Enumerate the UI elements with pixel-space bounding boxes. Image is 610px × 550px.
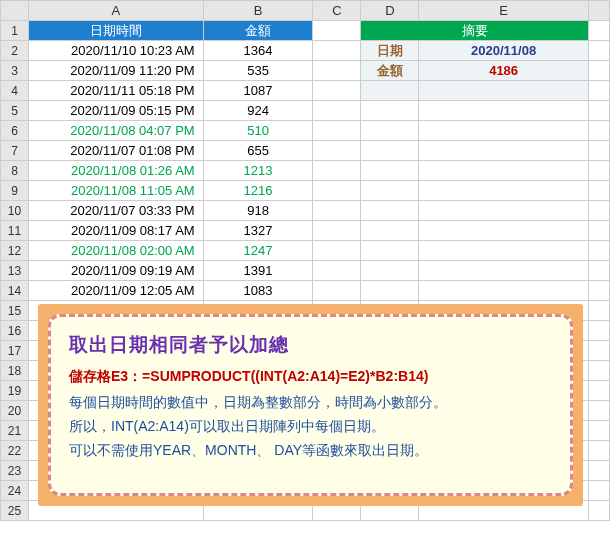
cell-C8[interactable] [313,161,361,181]
cell-D14[interactable] [361,281,419,301]
cell-D5[interactable] [361,101,419,121]
cell-A9[interactable]: 2020/11/08 11:05 AM [28,181,203,201]
cell-A1[interactable]: 日期時間 [28,21,203,41]
col-header-C[interactable]: C [313,1,361,21]
cell-C3[interactable] [313,61,361,81]
col-header-blank[interactable] [588,1,609,21]
cell-F9[interactable] [588,181,609,201]
cell-B11[interactable]: 1327 [203,221,313,241]
cell-F16[interactable] [588,321,609,341]
cell-A6[interactable]: 2020/11/08 04:07 PM [28,121,203,141]
cell-F7[interactable] [588,141,609,161]
cell-B5[interactable]: 924 [203,101,313,121]
cell-E14[interactable] [419,281,589,301]
cell-C9[interactable] [313,181,361,201]
cell-E11[interactable] [419,221,589,241]
cell-A10[interactable]: 2020/11/07 03:33 PM [28,201,203,221]
cell-E5[interactable] [419,101,589,121]
cell-F20[interactable] [588,401,609,421]
cell-E8[interactable] [419,161,589,181]
cell-F25[interactable] [588,501,609,521]
cell-D6[interactable] [361,121,419,141]
row-number[interactable]: 12 [1,241,29,261]
cell-B8[interactable]: 1213 [203,161,313,181]
cell-F15[interactable] [588,301,609,321]
cell-F8[interactable] [588,161,609,181]
cell-F11[interactable] [588,221,609,241]
cell-D1[interactable]: 摘要 [361,21,589,41]
cell-B3[interactable]: 535 [203,61,313,81]
cell-C4[interactable] [313,81,361,101]
cell-B4[interactable]: 1087 [203,81,313,101]
row-number[interactable]: 21 [1,421,29,441]
cell-B13[interactable]: 1391 [203,261,313,281]
row-number[interactable]: 11 [1,221,29,241]
cell-A5[interactable]: 2020/11/09 05:15 PM [28,101,203,121]
cell-D7[interactable] [361,141,419,161]
cell-D12[interactable] [361,241,419,261]
cell-B14[interactable]: 1083 [203,281,313,301]
cell-B10[interactable]: 918 [203,201,313,221]
cell-F19[interactable] [588,381,609,401]
row-number[interactable]: 19 [1,381,29,401]
cell-C2[interactable] [313,41,361,61]
cell-F10[interactable] [588,201,609,221]
cell-F12[interactable] [588,241,609,261]
select-all-cell[interactable] [1,1,29,21]
row-number[interactable]: 7 [1,141,29,161]
cell-A14[interactable]: 2020/11/09 12:05 AM [28,281,203,301]
cell-B6[interactable]: 510 [203,121,313,141]
cell-D10[interactable] [361,201,419,221]
cell-F18[interactable] [588,361,609,381]
cell-F23[interactable] [588,461,609,481]
cell-A4[interactable]: 2020/11/11 05:18 PM [28,81,203,101]
cell-B7[interactable]: 655 [203,141,313,161]
row-number[interactable]: 16 [1,321,29,341]
row-number[interactable]: 14 [1,281,29,301]
col-header-E[interactable]: E [419,1,589,21]
cell-C1[interactable] [313,21,361,41]
cell-E6[interactable] [419,121,589,141]
cell-D2[interactable]: 日期 [361,41,419,61]
row-number[interactable]: 23 [1,461,29,481]
cell-F2[interactable] [588,41,609,61]
col-header-D[interactable]: D [361,1,419,21]
row-number[interactable]: 18 [1,361,29,381]
col-header-A[interactable]: A [28,1,203,21]
cell-E7[interactable] [419,141,589,161]
cell-F13[interactable] [588,261,609,281]
cell-D9[interactable] [361,181,419,201]
row-number[interactable]: 6 [1,121,29,141]
cell-E10[interactable] [419,201,589,221]
cell-D3[interactable]: 金額 [361,61,419,81]
cell-E4[interactable] [419,81,589,101]
cell-E13[interactable] [419,261,589,281]
cell-A11[interactable]: 2020/11/09 08:17 AM [28,221,203,241]
row-number[interactable]: 2 [1,41,29,61]
cell-E2[interactable]: 2020/11/08 [419,41,589,61]
cell-F24[interactable] [588,481,609,501]
col-header-B[interactable]: B [203,1,313,21]
row-number[interactable]: 22 [1,441,29,461]
cell-C10[interactable] [313,201,361,221]
cell-F5[interactable] [588,101,609,121]
cell-E12[interactable] [419,241,589,261]
cell-A2[interactable]: 2020/11/10 10:23 AM [28,41,203,61]
cell-F6[interactable] [588,121,609,141]
cell-C5[interactable] [313,101,361,121]
cell-C12[interactable] [313,241,361,261]
cell-A12[interactable]: 2020/11/08 02:00 AM [28,241,203,261]
cell-D13[interactable] [361,261,419,281]
cell-B12[interactable]: 1247 [203,241,313,261]
row-number[interactable]: 15 [1,301,29,321]
cell-A8[interactable]: 2020/11/08 01:26 AM [28,161,203,181]
cell-D4[interactable] [361,81,419,101]
row-number[interactable]: 5 [1,101,29,121]
row-number[interactable]: 8 [1,161,29,181]
cell-C14[interactable] [313,281,361,301]
row-number[interactable]: 17 [1,341,29,361]
cell-A7[interactable]: 2020/11/07 01:08 PM [28,141,203,161]
row-number[interactable]: 24 [1,481,29,501]
row-number[interactable]: 20 [1,401,29,421]
cell-B9[interactable]: 1216 [203,181,313,201]
